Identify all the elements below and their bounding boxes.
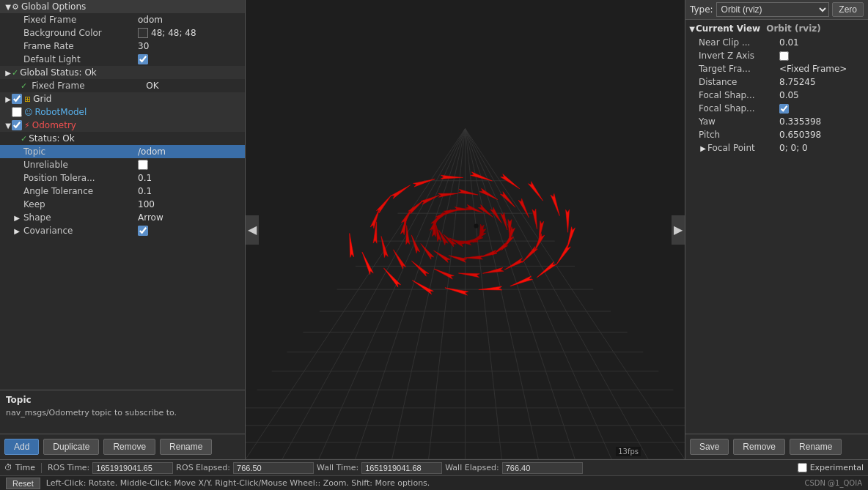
global-status-label: Global Status: Ok	[20, 67, 243, 78]
type-label: Type:	[690, 4, 713, 15]
tree-item-odometry[interactable]: ▼ ⚡ Odometry	[0, 119, 245, 132]
tree-item-status-ok[interactable]: ✓ Status: Ok	[0, 132, 245, 145]
shape-value: Arrow	[138, 212, 243, 223]
tree-item-global-status[interactable]: ▶ ✓ Global Status: Ok	[0, 66, 245, 79]
ros-elapsed-label: ROS Elapsed:	[176, 463, 230, 472]
status-ok-label: Status: Ok	[29, 133, 243, 144]
expand-icon4: ▼	[4, 122, 12, 130]
frame-rate-value: 30	[138, 41, 243, 51]
pitch-label: Pitch	[699, 130, 779, 140]
yaw-label: Yaw	[699, 116, 779, 127]
save-view-button[interactable]: Save	[690, 439, 729, 455]
remove-button[interactable]: Remove	[103, 439, 155, 455]
grid-checkbox[interactable]	[12, 94, 22, 104]
nav-left-button[interactable]: ◀	[246, 215, 259, 245]
pitch-row[interactable]: Pitch 0.650398	[687, 128, 867, 141]
ff-check-icon: ✓	[21, 81, 27, 91]
viewport[interactable]: ◀ ▶ 13fps	[246, 0, 685, 459]
fps-display: 13fps	[616, 447, 641, 456]
bg-color-label: Background Color	[21, 28, 138, 38]
invert-z-row[interactable]: Invert Z Axis	[687, 49, 867, 62]
tree-area: ▼ ⚙ Global Options Fixed Frame odom Back…	[0, 0, 245, 390]
tree-item-keep[interactable]: Keep 100	[0, 198, 245, 211]
tree-item-fixed-frame-gs[interactable]: ✓ Fixed Frame OK	[0, 79, 245, 92]
target-frame-row[interactable]: Target Fra... <Fixed Frame>	[687, 62, 867, 75]
ros-elapsed-input[interactable]	[233, 462, 314, 474]
tree-item-covariance[interactable]: ▶ Covariance	[0, 224, 245, 237]
frame-rate-label: Frame Rate	[21, 41, 138, 51]
status-check-icon: ✓	[12, 68, 18, 78]
near-clip-value: 0.01	[779, 37, 865, 48]
reset-button[interactable]: Reset	[6, 478, 40, 489]
keep-label: Keep	[21, 199, 138, 209]
views-type-row: Type: Orbit (rviz) Zero	[685, 0, 868, 20]
zero-button[interactable]: Zero	[832, 2, 864, 17]
global-options-label: Global Options	[21, 1, 243, 12]
tree-item-angle-tolerance[interactable]: Angle Tolerance 0.1	[0, 185, 245, 198]
odometry-icon: ⚡	[24, 121, 30, 130]
focal-shape-vis-row[interactable]: Focal Shap...	[687, 102, 867, 115]
tree-item-topic[interactable]: Topic /odom	[0, 145, 245, 158]
focal-shape-size-row[interactable]: Focal Shap... 0.05	[687, 89, 867, 102]
watermark: CSDN @1_QOIA	[804, 479, 862, 487]
tree-item-pos-tolerance[interactable]: Position Tolera... 0.1	[0, 171, 245, 185]
robotmodel-checkbox[interactable]	[12, 107, 22, 117]
near-clip-row[interactable]: Near Clip ... 0.01	[687, 36, 867, 49]
expand-icon3: ▶	[4, 95, 12, 103]
target-frame-label: Target Fra...	[699, 64, 779, 74]
yaw-value: 0.335398	[779, 116, 865, 127]
grid-label: Grid	[33, 94, 243, 104]
near-clip-label: Near Clip ...	[699, 37, 779, 48]
pos-tolerance-label: Position Tolera...	[21, 173, 138, 183]
unreliable-checkbox[interactable]	[138, 160, 148, 170]
robot-icon: ☺	[24, 108, 32, 117]
covariance-checkbox[interactable]	[138, 226, 148, 236]
odometry-label: Odometry	[32, 120, 243, 130]
left-panel: ▼ ⚙ Global Options Fixed Frame odom Back…	[0, 0, 246, 459]
invert-z-label: Invert Z Axis	[699, 51, 779, 61]
tree-item-default-light[interactable]: Default Light	[0, 53, 245, 66]
experimental-checkbox[interactable]	[798, 463, 807, 472]
views-tree: ▼ Current View Orbit (rviz) Near Clip ..…	[685, 20, 868, 434]
info-title: Topic	[6, 395, 239, 405]
duplicate-button[interactable]: Duplicate	[43, 439, 99, 455]
yaw-row[interactable]: Yaw 0.335398	[687, 115, 867, 128]
odometry-checkbox[interactable]	[12, 120, 22, 130]
covariance-label: Covariance	[21, 226, 138, 236]
wall-elapsed-input[interactable]	[502, 462, 583, 474]
default-light-checkbox[interactable]	[138, 54, 148, 64]
shape-expand: ▶	[13, 214, 21, 222]
bg-color-value: 48; 48; 48	[151, 28, 243, 38]
focal-point-row[interactable]: ▶ Focal Point 0; 0; 0	[687, 141, 867, 155]
tree-item-global-options[interactable]: ▼ ⚙ Global Options	[0, 0, 245, 13]
ros-time-input[interactable]	[92, 462, 173, 474]
cov-expand: ▶	[13, 227, 21, 235]
ros-time-label: ROS Time:	[48, 463, 89, 472]
invert-z-checkbox[interactable]	[779, 51, 789, 61]
tree-item-frame-rate[interactable]: Frame Rate 30	[0, 40, 245, 53]
fixed-frame-label: Fixed Frame	[21, 15, 138, 25]
tree-item-fixed-frame-go[interactable]: Fixed Frame odom	[0, 13, 245, 26]
rename-view-button[interactable]: Rename	[790, 439, 842, 455]
tree-item-grid[interactable]: ▶ ⊞ Grid	[0, 92, 245, 105]
tree-item-robotmodel[interactable]: ☺ RobotModel	[0, 105, 245, 119]
distance-row[interactable]: Distance 8.75245	[687, 75, 867, 89]
tree-item-bg-color[interactable]: Background Color 48; 48; 48	[0, 26, 245, 40]
info-text: nav_msgs/Odometry topic to subscribe to.	[6, 408, 239, 417]
remove-view-button[interactable]: Remove	[733, 439, 785, 455]
cv-expand: ▼	[688, 25, 696, 33]
wall-time-input[interactable]	[361, 462, 442, 474]
target-frame-value: <Fixed Frame>	[779, 64, 865, 74]
tree-item-unreliable[interactable]: Unreliable	[0, 158, 245, 171]
hint-text: Left-Click: Rotate. Middle-Click: Move X…	[46, 478, 430, 488]
spiral-canvas	[246, 0, 685, 459]
focal-shape-vis-checkbox[interactable]	[779, 104, 789, 114]
rename-button[interactable]: Rename	[160, 439, 212, 455]
view-type-select[interactable]: Orbit (rviz)	[716, 2, 830, 17]
color-swatch[interactable]	[138, 28, 148, 38]
current-view-header[interactable]: ▼ Current View Orbit (rviz)	[687, 21, 867, 36]
left-panel-buttons: Add Duplicate Remove Rename	[0, 434, 245, 459]
nav-right-button[interactable]: ▶	[672, 215, 685, 245]
add-button[interactable]: Add	[4, 439, 39, 455]
tree-item-shape[interactable]: ▶ Shape Arrow	[0, 211, 245, 224]
